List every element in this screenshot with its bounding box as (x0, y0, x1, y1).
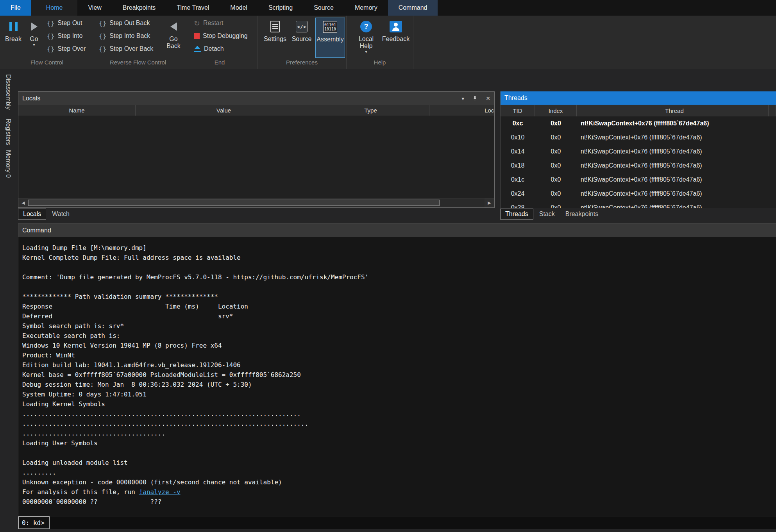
detach-icon (194, 46, 201, 52)
sidebar-item-disassembly[interactable]: Disassembly (5, 74, 12, 110)
threads-table-body: 0xc 0x0 nt!KiSwapContext+0x76 (fffff805`… (501, 116, 776, 208)
restart-icon: ↻ (194, 19, 200, 28)
locals-table-body (18, 116, 494, 198)
detach-button[interactable]: Detach (192, 43, 225, 54)
thread-index: 0x0 (535, 120, 577, 127)
restart-button[interactable]: ↻ Restart (192, 18, 225, 29)
break-label: Break (5, 36, 21, 43)
step-over-back-button[interactable]: {} Step Over Back (97, 43, 155, 54)
locals-column-headers: Name Value Type Location (18, 105, 495, 116)
tab-time-travel[interactable]: Time Travel (166, 0, 220, 16)
assembly-button[interactable]: 01101 10110 Assembly (315, 18, 345, 58)
local-help-label-1: Local (359, 36, 374, 43)
ribbon-group-flow-control: Break Go ▾ {} Step Out {} Step Into {} S… (0, 16, 94, 69)
console-line: System Uptime: 0 days 1:47:01.051 (22, 389, 776, 399)
analyze-prefix: For analysis of this file, run (22, 488, 139, 496)
tab-scripting[interactable]: Scripting (258, 0, 303, 16)
ribbon-group-reverse-flow-control: {} Step Out Back {} Step Into Back {} St… (94, 16, 182, 69)
thread-index: 0x0 (535, 162, 577, 169)
threads-panel-title: Threads (504, 95, 527, 102)
console-line: Edition build lab: 19041.1.amd64fre.vb_r… (22, 360, 776, 370)
tab-breakpoints-panel[interactable]: Breakpoints (561, 209, 603, 220)
step-into-back-button[interactable]: {} Step Into Back (97, 30, 152, 41)
tab-home[interactable]: Home (31, 0, 78, 16)
chevron-down-icon[interactable]: ▾ (461, 95, 464, 102)
step-out-back-button[interactable]: {} Step Out Back (97, 18, 151, 29)
table-row[interactable]: 0x10 0x0 nt!KiSwapContext+0x76 (fffff805… (501, 130, 776, 145)
local-help-button[interactable]: ? Local Help ▾ (354, 18, 378, 58)
table-row[interactable]: 0x14 0x0 nt!KiSwapContext+0x76 (fffff805… (501, 145, 776, 159)
tab-breakpoints[interactable]: Breakpoints (112, 0, 166, 16)
kd-prompt: 0: kd> (18, 516, 50, 529)
console-line: ...................................... (22, 428, 776, 438)
step-out-back-icon: {} (99, 20, 106, 27)
table-row[interactable]: 0xc 0x0 nt!KiSwapContext+0x76 (fffff805`… (501, 116, 776, 130)
tab-stack[interactable]: Stack (535, 209, 560, 220)
sidebar-item-memory-0[interactable]: Memory 0 (5, 150, 12, 178)
scrollbar-track[interactable] (28, 198, 485, 207)
console-line: Windows 10 Kernel Version 19041 MP (8 pr… (22, 341, 776, 350)
column-header-name[interactable]: Name (18, 105, 136, 116)
tab-watch[interactable]: Watch (47, 209, 74, 220)
command-input[interactable] (50, 516, 776, 529)
stop-debugging-button[interactable]: Stop Debugging (192, 30, 249, 41)
break-button[interactable]: Break (2, 18, 24, 58)
column-header-thread[interactable]: Thread (577, 105, 769, 116)
thread-tid: 0x10 (501, 134, 535, 141)
help-question-icon: ? (360, 21, 372, 32)
threads-panel: Threads TID Index Thread 0xc 0x0 nt!KiSw… (500, 91, 776, 208)
tab-source[interactable]: Source (303, 0, 344, 16)
locals-panel-title: Locals (22, 95, 40, 102)
column-header-tid[interactable]: TID (501, 105, 535, 116)
console-line (22, 262, 776, 272)
command-console[interactable]: Loading Dump File [M:\memory.dmp] Kernel… (18, 237, 776, 516)
column-header-location[interactable]: Location (429, 105, 495, 116)
source-label: Source (292, 36, 312, 43)
source-code-icon: </> (296, 21, 308, 32)
table-row[interactable]: 0x28 0x0 nt!KiSwapContext+0x76 (fffff805… (501, 201, 776, 208)
scroll-left-icon[interactable]: ◀ (18, 198, 28, 207)
thread-tid: 0x24 (501, 190, 535, 197)
column-header-index[interactable]: Index (535, 105, 577, 116)
tab-threads[interactable]: Threads (500, 209, 533, 220)
tab-file[interactable]: File (0, 0, 31, 16)
console-line: Response Time (ms) Location (22, 302, 776, 311)
pin-icon[interactable] (472, 95, 478, 101)
locals-panel: Locals ▾ ✕ Name Value Type Location ◀ ▶ (18, 91, 495, 208)
console-line: Loading Dump File [M:\memory.dmp] (22, 243, 776, 253)
table-row[interactable]: 0x18 0x0 nt!KiSwapContext+0x76 (fffff805… (501, 159, 776, 173)
step-over-button[interactable]: {} Step Over (45, 43, 87, 54)
source-button[interactable]: </> Source (290, 18, 314, 58)
column-header-value[interactable]: Value (136, 105, 312, 116)
tab-view[interactable]: View (77, 0, 112, 16)
settings-button[interactable]: Settings (263, 18, 287, 58)
group-label-help: Help (347, 59, 413, 66)
table-row[interactable]: 0x24 0x0 nt!KiSwapContext+0x76 (fffff805… (501, 187, 776, 201)
tab-memory[interactable]: Memory (344, 0, 388, 16)
table-row[interactable]: 0x1c 0x0 nt!KiSwapContext+0x76 (fffff805… (501, 173, 776, 187)
tab-model[interactable]: Model (220, 0, 258, 16)
pause-icon (9, 22, 18, 31)
close-icon[interactable]: ✕ (486, 95, 490, 102)
step-into-button[interactable]: {} Step Into (45, 30, 84, 41)
step-into-back-label: Step Into Back (109, 32, 150, 39)
locals-horizontal-scrollbar[interactable]: ◀ ▶ (18, 198, 494, 207)
scroll-right-icon[interactable]: ▶ (485, 198, 494, 207)
ribbon-group-end: ↻ Restart Stop Debugging Detach End (182, 16, 257, 69)
chevron-down-icon: ▾ (365, 50, 367, 54)
thread-tid: 0x14 (501, 148, 535, 155)
tab-locals[interactable]: Locals (18, 209, 46, 220)
tab-command[interactable]: Command (388, 0, 438, 16)
console-line: Deferred srv* (22, 311, 776, 321)
analyze-link[interactable]: !analyze -v (139, 488, 181, 496)
ribbon: Break Go ▾ {} Step Out {} Step Into {} S… (0, 16, 776, 69)
feedback-button[interactable]: Feedback (382, 18, 410, 58)
scrollbar-thumb[interactable] (28, 200, 440, 206)
locals-panel-titlebar: Locals ▾ ✕ (18, 92, 494, 105)
console-line: ........................................… (22, 409, 776, 419)
step-out-button[interactable]: {} Step Out (45, 18, 84, 29)
go-button[interactable]: Go ▾ (25, 18, 43, 58)
go-back-button[interactable]: Go Back (164, 18, 182, 58)
sidebar-item-registers[interactable]: Registers (5, 119, 12, 145)
column-header-type[interactable]: Type (312, 105, 429, 116)
